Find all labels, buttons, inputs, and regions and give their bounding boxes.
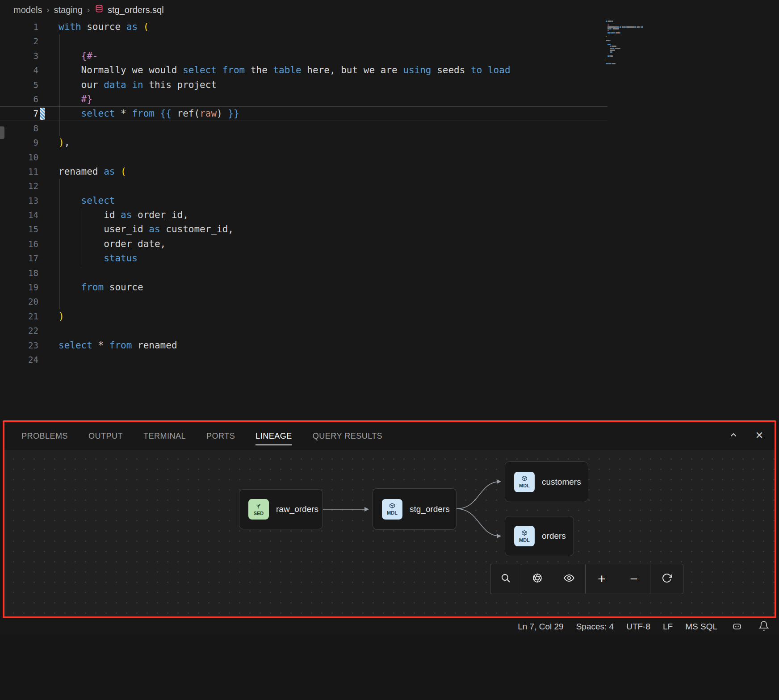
search-button[interactable] [496, 569, 515, 589]
panel-tabs: PROBLEMSOUTPUTTERMINALPORTSLINEAGEQUERY … [4, 422, 775, 450]
gutter-decoration [38, 323, 59, 338]
tab-problems[interactable]: PROBLEMS [21, 432, 68, 441]
tab-terminal[interactable]: TERMINAL [143, 432, 186, 441]
zoom-out-button[interactable]: − [624, 569, 644, 589]
zoom-out-icon: − [630, 572, 638, 586]
line-number[interactable]: 3 [0, 49, 38, 63]
code-editor[interactable]: 1with source as (23 {#-4 Normally we wou… [0, 20, 779, 422]
gutter-decoration [38, 106, 59, 121]
lineage-node-orders[interactable]: MDL orders [505, 516, 574, 556]
line-number[interactable]: 6 [0, 92, 38, 106]
panel-close-button[interactable]: ✕ [752, 428, 766, 443]
line-number[interactable]: 22 [0, 323, 38, 338]
code-line[interactable]: 11renamed as ( [0, 164, 779, 179]
code-line[interactable]: 24 [0, 352, 779, 367]
aperture-button[interactable] [528, 569, 547, 589]
activity-bar-indicator [0, 126, 4, 139]
code-line[interactable]: 9), [0, 135, 779, 150]
zoom-in-button[interactable]: + [592, 569, 611, 589]
breadcrumb-item-models[interactable]: models [13, 5, 42, 15]
code-text: renamed as ( [59, 164, 126, 179]
cube-icon [389, 503, 395, 510]
code-line[interactable]: 20 [0, 294, 779, 309]
code-line[interactable]: 21) [0, 309, 779, 323]
panel-collapse-button[interactable] [726, 428, 741, 443]
model-badge-label: MDL [387, 510, 398, 516]
code-text: status [59, 251, 138, 265]
line-number[interactable]: 1 [0, 20, 38, 34]
line-number[interactable]: 12 [0, 179, 38, 193]
line-number[interactable]: 14 [0, 208, 38, 222]
line-number[interactable]: 18 [0, 266, 38, 280]
code-line[interactable]: 5 our data in this project [0, 78, 779, 92]
line-number[interactable]: 21 [0, 309, 38, 323]
code-line[interactable]: 13 select [0, 193, 779, 208]
line-number[interactable]: 7 [0, 106, 38, 121]
code-line[interactable]: 10 [0, 150, 779, 164]
line-number[interactable]: 13 [0, 193, 38, 208]
lineage-node-raw-orders[interactable]: SED raw_orders [239, 489, 323, 529]
gutter-decoration [38, 49, 59, 63]
breadcrumb-item-staging[interactable]: staging [54, 5, 83, 15]
code-line[interactable]: 17 status [0, 251, 779, 265]
line-number[interactable]: 5 [0, 78, 38, 92]
code-line[interactable]: 16 order_date, [0, 237, 779, 251]
gutter-decoration [38, 280, 59, 294]
breadcrumb-separator: › [46, 5, 49, 15]
notifications-button[interactable] [757, 620, 771, 634]
line-number[interactable]: 8 [0, 121, 38, 135]
breadcrumb-file[interactable]: stg_orders.sql [94, 4, 164, 16]
line-number[interactable]: 10 [0, 150, 38, 164]
tab-output[interactable]: OUTPUT [88, 432, 123, 441]
copilot-button[interactable] [730, 620, 744, 634]
line-number[interactable]: 15 [0, 222, 38, 236]
code-line[interactable]: 14 id as order_id, [0, 208, 779, 222]
gutter-decoration [38, 34, 59, 48]
code-line[interactable]: 6 #} [0, 92, 779, 106]
line-number[interactable]: 19 [0, 280, 38, 294]
code-line[interactable]: 18 [0, 266, 779, 280]
code-line[interactable]: 7 select * from {{ ref(raw) }} [0, 106, 779, 121]
line-number[interactable]: 4 [0, 63, 38, 77]
line-number[interactable]: 11 [0, 164, 38, 179]
line-number[interactable]: 24 [0, 352, 38, 367]
lineage-canvas[interactable]: SED raw_orders MDL stg_orders [4, 450, 775, 617]
gutter-decoration [38, 121, 59, 135]
panel-actions: ✕ [726, 428, 766, 443]
line-number[interactable]: 20 [0, 294, 38, 309]
code-text: select * from renamed [59, 338, 177, 352]
lineage-node-stg-orders[interactable]: MDL stg_orders [373, 488, 457, 530]
gutter-decoration [38, 20, 59, 34]
status-eol[interactable]: LF [663, 622, 673, 632]
code-text: #} [59, 92, 92, 106]
status-language-mode[interactable]: MS SQL [685, 622, 717, 632]
gutter-decoration [38, 208, 59, 222]
code-line[interactable]: 23select * from renamed [0, 338, 779, 352]
line-number[interactable]: 9 [0, 135, 38, 150]
eye-icon [563, 572, 575, 586]
status-indentation[interactable]: Spaces: 4 [576, 622, 614, 632]
tab-lineage[interactable]: LINEAGE [255, 432, 292, 441]
code-line[interactable]: 19 from source [0, 280, 779, 294]
database-icon [94, 4, 104, 16]
tab-ports[interactable]: PORTS [206, 432, 235, 441]
visibility-button[interactable] [559, 569, 579, 589]
refresh-button[interactable] [657, 569, 677, 589]
line-number[interactable]: 2 [0, 34, 38, 48]
tab-query-results[interactable]: QUERY RESULTS [313, 432, 383, 441]
status-encoding[interactable]: UTF-8 [626, 622, 650, 632]
line-number[interactable]: 17 [0, 251, 38, 265]
code-line[interactable]: 15 user_id as customer_id, [0, 222, 779, 236]
lineage-node-customers[interactable]: MDL customers [505, 461, 588, 502]
bottom-panel: PROBLEMSOUTPUTTERMINALPORTSLINEAGEQUERY … [4, 422, 775, 617]
breadcrumb-separator: › [87, 5, 90, 15]
status-cursor-position[interactable]: Ln 7, Col 29 [518, 622, 563, 632]
line-number[interactable]: 16 [0, 237, 38, 251]
code-line[interactable]: 22 [0, 323, 779, 338]
minimap[interactable] [606, 21, 678, 67]
line-number[interactable]: 23 [0, 338, 38, 352]
code-line[interactable]: 8 [0, 121, 779, 135]
gutter-decoration [38, 352, 59, 367]
code-line[interactable]: 12 [0, 179, 779, 193]
chevron-up-icon [729, 430, 738, 441]
